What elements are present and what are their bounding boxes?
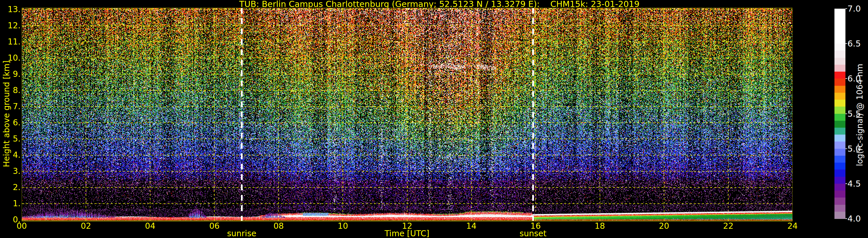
x-tick-label: 24 xyxy=(787,222,798,231)
x-tick-label: 04 xyxy=(145,222,155,231)
colorbar-tick-mark xyxy=(845,113,847,114)
x-tick-label: 00 xyxy=(17,222,27,231)
x-tick-label: 18 xyxy=(595,222,605,231)
y-tick-label: 10. xyxy=(0,54,21,63)
y-tick-label: 6. xyxy=(0,118,21,127)
heatmap-canvas xyxy=(22,8,793,221)
sunrise-label: sunrise xyxy=(227,229,256,238)
colorbar-label: log(rc-signal) @ 1064 nm xyxy=(855,64,865,166)
x-tick-label: 06 xyxy=(209,222,220,231)
colorbar-tick-mark xyxy=(845,43,847,44)
x-tick-label: 16 xyxy=(530,222,541,231)
y-tick-label: 7. xyxy=(0,102,21,111)
x-tick-label: 12 xyxy=(402,222,412,231)
y-tick-label: 11. xyxy=(0,37,21,46)
colorbar-tick-mark xyxy=(845,8,847,9)
y-tick-label: 12. xyxy=(0,21,21,30)
y-tick-label: 8. xyxy=(0,86,21,95)
x-tick-label: 08 xyxy=(274,222,284,231)
colorbar xyxy=(834,9,845,219)
y-tick-label: 3. xyxy=(0,167,21,176)
colorbar-tick-mark xyxy=(845,183,847,184)
x-tick-label: 22 xyxy=(723,222,734,231)
ceilometer-quicklook-figure: TUB: Berlin Campus Charlottenburg (Germa… xyxy=(0,0,868,238)
colorbar-tick-label: 6.5 xyxy=(847,39,861,48)
colorbar-tick-mark xyxy=(845,148,847,149)
x-tick-label: 10 xyxy=(338,222,348,231)
y-tick-label: 13. xyxy=(0,5,21,14)
colorbar-tick-label: 4.5 xyxy=(847,179,861,189)
colorbar-tick-label: 7.0 xyxy=(847,4,861,13)
x-tick-label: 02 xyxy=(81,222,91,231)
y-tick-label: 2. xyxy=(0,183,21,192)
y-tick-label: 4. xyxy=(0,150,21,160)
x-tick-label: 20 xyxy=(659,222,669,231)
y-tick-label: 5. xyxy=(0,134,21,143)
colorbar-tick-label: 4.0 xyxy=(847,214,861,224)
x-tick-label: 14 xyxy=(466,222,477,231)
colorbar-tick-mark xyxy=(845,78,847,79)
y-tick-label: 9. xyxy=(0,70,21,79)
colorbar-tick-mark xyxy=(845,218,847,219)
y-tick-label: 1. xyxy=(0,199,21,208)
